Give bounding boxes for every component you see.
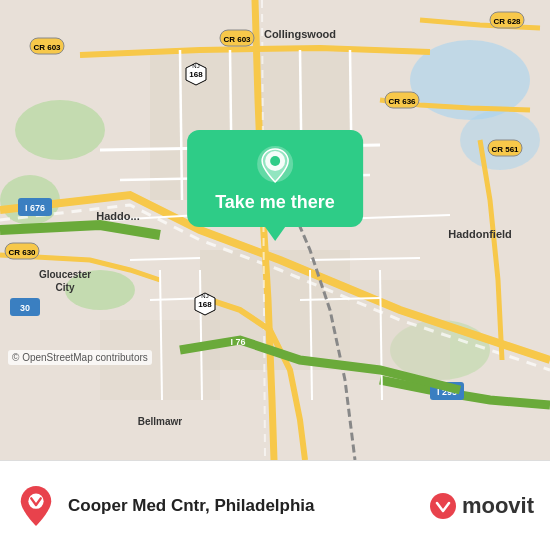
- moovit-pin-container: [16, 481, 56, 531]
- svg-text:Collingswood: Collingswood: [264, 28, 336, 40]
- svg-point-43: [28, 493, 43, 508]
- navigation-popup[interactable]: Take me there: [187, 130, 363, 227]
- svg-text:168: 168: [189, 70, 203, 79]
- svg-text:NJ: NJ: [192, 63, 199, 69]
- svg-text:CR 636: CR 636: [388, 97, 416, 106]
- svg-text:168: 168: [198, 300, 212, 309]
- svg-text:CR 603: CR 603: [223, 35, 251, 44]
- svg-text:NJ: NJ: [201, 293, 208, 299]
- svg-text:I 676: I 676: [25, 203, 45, 213]
- svg-text:CR 630: CR 630: [8, 248, 36, 257]
- svg-text:CR 628: CR 628: [493, 17, 521, 26]
- location-name: Cooper Med Cntr, Philadelphia: [68, 496, 315, 515]
- svg-point-42: [270, 156, 280, 166]
- svg-text:Haddo...: Haddo...: [96, 210, 139, 222]
- bottom-bar: Cooper Med Cntr, Philadelphia moovit: [0, 460, 550, 550]
- moovit-logo-icon: [428, 491, 458, 521]
- svg-point-1: [15, 100, 105, 160]
- location-info: Cooper Med Cntr, Philadelphia: [68, 496, 428, 516]
- svg-text:30: 30: [20, 303, 30, 313]
- copyright-text: © OpenStreetMap contributors: [8, 350, 152, 365]
- svg-text:CR 561: CR 561: [491, 145, 519, 154]
- moovit-brand-text: moovit: [462, 493, 534, 519]
- svg-text:CR 603: CR 603: [33, 43, 61, 52]
- svg-text:City: City: [56, 282, 75, 293]
- moovit-pin-icon: [20, 486, 52, 526]
- moovit-logo: moovit: [428, 491, 534, 521]
- svg-text:Haddonfield: Haddonfield: [448, 228, 512, 240]
- location-pin-icon: [255, 144, 295, 184]
- take-me-there-button[interactable]: Take me there: [215, 192, 335, 213]
- map-container: 30 I 676 168 NJ 168 NJ CR 603 CR 603 CR …: [0, 0, 550, 460]
- svg-text:Gloucester: Gloucester: [39, 269, 91, 280]
- svg-text:Bellmawr: Bellmawr: [138, 416, 183, 427]
- svg-text:I 76: I 76: [230, 337, 245, 347]
